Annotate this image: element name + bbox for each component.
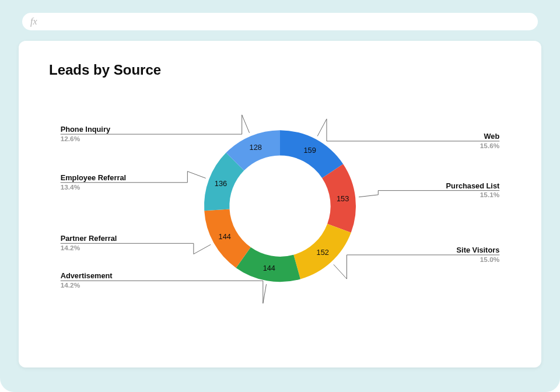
slice-label-name: Site Visitors (457, 246, 500, 254)
slice-value: 136 (215, 179, 227, 188)
donut-chart-svg: 159153152144144136128Web15.6%Purchased L… (49, 92, 511, 337)
leader-line (334, 255, 499, 279)
slice-label-pct: 15.6% (480, 142, 500, 150)
slice-value: 144 (263, 264, 275, 272)
donut-chart: 159153152144144136128Web15.6%Purchased L… (49, 92, 511, 337)
slice-label-pct: 13.4% (61, 183, 80, 191)
slice-label-pct: 14.2% (61, 244, 80, 252)
leader-line (317, 119, 499, 141)
slice-value: 152 (317, 248, 329, 257)
slice-label-pct: 15.1% (480, 191, 500, 199)
leader-line (61, 243, 211, 254)
slice-label-pct: 15.0% (480, 256, 500, 264)
slice-value: 159 (303, 146, 316, 155)
slice-label-name: Purchased List (446, 181, 500, 190)
sheet-panel: Leads by Source 159153152144144136128Web… (19, 41, 541, 368)
slice-label-pct: 12.6% (61, 135, 80, 143)
chart-title: Leads by Source (49, 62, 511, 78)
formula-bar-fx: fx (30, 16, 37, 27)
slice-label-name: Phone Inquiry (61, 125, 111, 134)
slice-label-name: Employee Referral (61, 173, 126, 182)
slice-label-name: Partner Referral (61, 234, 117, 243)
leader-line (359, 191, 499, 197)
slice-value: 128 (250, 143, 262, 152)
slice-label-name: Web (484, 132, 500, 141)
slice-value: 144 (219, 232, 231, 241)
slice-label-name: Advertisement (61, 271, 113, 280)
app-frame: fx Leads by Source 159153152144144136128… (0, 0, 560, 392)
formula-bar[interactable]: fx (22, 13, 538, 30)
leader-line (61, 281, 267, 303)
slice-value: 153 (337, 194, 349, 203)
slice-label-pct: 14.2% (61, 281, 80, 289)
